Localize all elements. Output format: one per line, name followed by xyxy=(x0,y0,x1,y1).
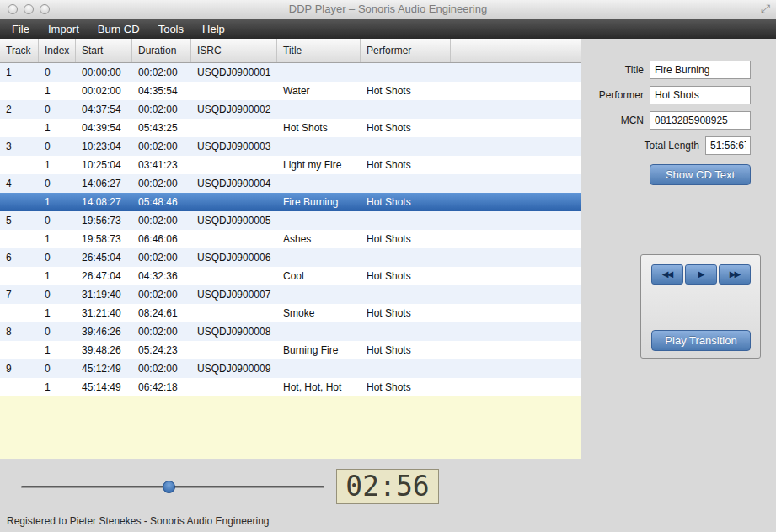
time-display: 02:56 xyxy=(336,469,439,504)
track-row[interactable]: 2004:37:5400:02:00USQDJ0900002 xyxy=(0,100,581,119)
play-transition-button[interactable]: Play Transition xyxy=(651,330,751,351)
column-header-duration[interactable]: Duration xyxy=(132,39,191,62)
transport-buttons: ◀◀ ▶ ▶▶ xyxy=(641,264,760,285)
track-row[interactable]: 104:39:5405:43:25Hot ShotsHot Shots xyxy=(0,119,581,137)
rewind-button[interactable]: ◀◀ xyxy=(651,264,683,285)
track-table: TrackIndexStartDurationISRCTitlePerforme… xyxy=(0,39,581,459)
menu-item-help[interactable]: Help xyxy=(193,19,234,39)
cell-index: 1 xyxy=(39,267,76,285)
cell-index: 1 xyxy=(39,341,76,359)
cell-start: 00:00:00 xyxy=(76,63,132,82)
column-header-start[interactable]: Start xyxy=(76,39,132,62)
cell-isrc: USQDJ0900005 xyxy=(191,211,277,230)
cell-isrc xyxy=(191,267,277,285)
cell-isrc: USQDJ0900007 xyxy=(191,285,277,304)
total-length-label: Total Length xyxy=(645,140,699,152)
cell-index: 0 xyxy=(39,100,76,119)
track-row[interactable]: 139:48:2605:24:23Burning FireHot Shots xyxy=(0,341,581,359)
cell-track xyxy=(0,230,39,248)
cell-duration: 00:02:00 xyxy=(132,137,191,156)
cell-start: 19:58:73 xyxy=(76,230,132,248)
seek-slider[interactable] xyxy=(21,481,324,493)
mcn-field[interactable] xyxy=(650,111,751,130)
cell-start: 10:23:04 xyxy=(76,137,132,156)
track-row[interactable]: 119:58:7306:46:06AshesHot Shots xyxy=(0,230,581,248)
play-button[interactable]: ▶ xyxy=(685,264,717,285)
close-button-icon[interactable] xyxy=(8,4,18,14)
slider-thumb[interactable] xyxy=(163,481,175,493)
cell-track xyxy=(0,119,39,137)
track-row[interactable]: 126:47:0404:32:36CoolHot Shots xyxy=(0,267,581,285)
column-header-performer[interactable]: Performer xyxy=(361,39,451,62)
track-row[interactable]: 7031:19:4000:02:00USQDJ0900007 xyxy=(0,285,581,304)
status-bar: Registered to Pieter Stenekes - Sonoris … xyxy=(0,512,776,532)
cell-index: 0 xyxy=(39,137,76,156)
minimize-button-icon[interactable] xyxy=(24,4,34,14)
table-header: TrackIndexStartDurationISRCTitlePerforme… xyxy=(0,39,581,63)
cell-isrc xyxy=(191,82,277,100)
cell-performer xyxy=(361,248,451,267)
menu-item-file[interactable]: File xyxy=(3,19,39,39)
track-row[interactable]: 1000:00:0000:02:00USQDJ0900001 xyxy=(0,63,581,82)
title-field[interactable] xyxy=(650,61,751,79)
cell-filler xyxy=(451,137,581,156)
performer-field-row: Performer xyxy=(590,86,751,104)
cell-filler xyxy=(451,378,581,396)
track-row[interactable]: 5019:56:7300:02:00USQDJ0900005 xyxy=(0,211,581,230)
zoom-button-icon[interactable] xyxy=(40,4,50,14)
menu-item-import[interactable]: Import xyxy=(39,19,88,39)
track-row[interactable]: 131:21:4008:24:61SmokeHot Shots xyxy=(0,304,581,322)
cell-filler xyxy=(451,230,581,248)
track-row[interactable]: 8039:46:2600:02:00USQDJ0900008 xyxy=(0,322,581,341)
cell-filler xyxy=(451,193,581,211)
cd-text-fields: TitlePerformerMCNTotal Length xyxy=(590,61,751,155)
cell-filler xyxy=(451,341,581,359)
column-header-isrc[interactable]: ISRC xyxy=(191,39,277,62)
track-row[interactable]: 110:25:0403:41:23Light my FireHot Shots xyxy=(0,156,581,174)
menu-item-burn-cd[interactable]: Burn CD xyxy=(88,19,149,39)
menu-item-tools[interactable]: Tools xyxy=(149,19,193,39)
cell-performer xyxy=(361,322,451,341)
cell-performer: Hot Shots xyxy=(361,267,451,285)
column-header-title[interactable]: Title xyxy=(277,39,361,62)
rewind-icon: ◀◀ xyxy=(662,269,672,279)
track-row[interactable]: 9045:12:4900:02:00USQDJ0900009 xyxy=(0,359,581,378)
cell-title xyxy=(277,63,361,82)
cell-start: 04:39:54 xyxy=(76,119,132,137)
track-row[interactable]: 114:08:2705:48:46Fire BurningHot Shots xyxy=(0,193,581,211)
cell-duration: 04:32:36 xyxy=(132,267,191,285)
forward-button[interactable]: ▶▶ xyxy=(719,264,751,285)
cell-start: 04:37:54 xyxy=(76,100,132,119)
track-row[interactable]: 6026:45:0400:02:00USQDJ0900006 xyxy=(0,248,581,267)
column-header-index[interactable]: Index xyxy=(39,39,76,62)
track-row[interactable]: 3010:23:0400:02:00USQDJ0900003 xyxy=(0,137,581,156)
cell-filler xyxy=(451,174,581,193)
cell-filler xyxy=(451,211,581,230)
cell-duration: 00:02:00 xyxy=(132,211,191,230)
cell-isrc: USQDJ0900002 xyxy=(191,100,277,119)
total-length-field[interactable] xyxy=(705,136,751,155)
column-header-track[interactable]: Track xyxy=(0,39,39,62)
cell-performer: Hot Shots xyxy=(361,378,451,396)
cell-track: 7 xyxy=(0,285,39,304)
total-length-field-row: Total Length xyxy=(590,136,751,155)
show-cd-text-button[interactable]: Show CD Text xyxy=(650,164,751,185)
cell-isrc xyxy=(191,119,277,137)
track-row[interactable]: 100:02:0004:35:54WaterHot Shots xyxy=(0,82,581,100)
resize-icon[interactable]: ⤢ xyxy=(761,2,770,16)
cell-start: 10:25:04 xyxy=(76,156,132,174)
cell-duration: 05:48:46 xyxy=(132,193,191,211)
cell-track: 6 xyxy=(0,248,39,267)
cell-duration: 03:41:23 xyxy=(132,156,191,174)
track-row[interactable]: 145:14:4906:42:18Hot, Hot, HotHot Shots xyxy=(0,378,581,396)
cell-start: 26:47:04 xyxy=(76,267,132,285)
cell-isrc: USQDJ0900006 xyxy=(191,248,277,267)
cell-title: Fire Burning xyxy=(277,193,361,211)
cell-start: 39:46:26 xyxy=(76,322,132,341)
cell-duration: 00:02:00 xyxy=(132,322,191,341)
title-label: Title xyxy=(625,64,644,76)
title-field-row: Title xyxy=(590,61,751,79)
track-row[interactable]: 4014:06:2700:02:00USQDJ0900004 xyxy=(0,174,581,193)
cell-index: 1 xyxy=(39,304,76,322)
performer-field[interactable] xyxy=(650,86,751,104)
